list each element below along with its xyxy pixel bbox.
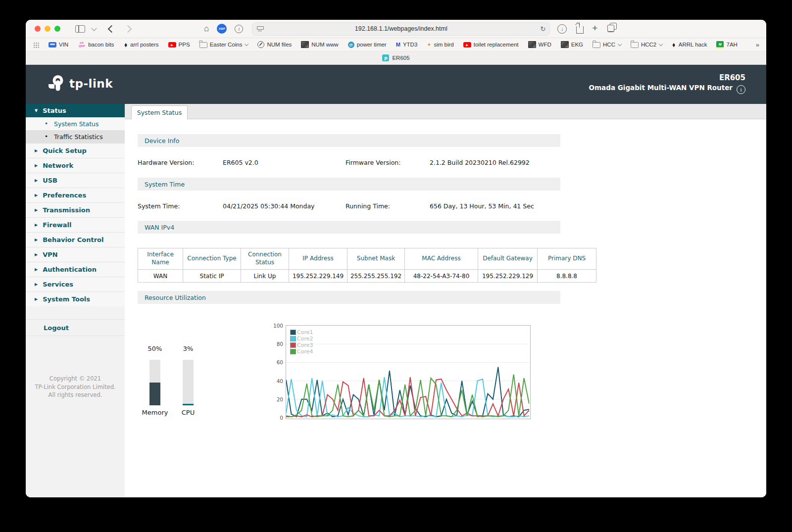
cpu-label: CPU — [171, 409, 205, 416]
legend-item-core4: Core4 — [290, 348, 313, 355]
sidebar-item-firewall[interactable]: ▶Firewall — [26, 217, 125, 232]
collapsed-triangle-icon: ▶ — [35, 163, 38, 168]
forward-button[interactable] — [124, 25, 132, 33]
bookmark-hcc2[interactable]: HCC2 — [631, 41, 662, 48]
back-button[interactable] — [108, 25, 116, 33]
field-value: 04/21/2025 05:30:44 Monday — [223, 202, 314, 210]
bookmark-wfd[interactable]: WFD — [528, 41, 551, 48]
minimize-window-button[interactable] — [45, 26, 50, 32]
sidebar-item-usb[interactable]: ▶USB — [26, 173, 125, 188]
main-content: System Status Device Info Hardware Versi… — [125, 104, 766, 497]
sidebar-item-transmission[interactable]: ▶Transmission — [26, 202, 125, 217]
collapsed-triangle-icon: ▶ — [35, 193, 38, 197]
nav-sidebar: ▼ Status •System Status•Traffic Statisti… — [26, 104, 125, 497]
cpu-percent: 3% — [173, 345, 203, 352]
downloads-icon[interactable]: ↓ — [557, 24, 567, 34]
close-window-button[interactable] — [35, 26, 41, 32]
cpu-usage-bar — [183, 360, 194, 405]
bookmark-arrl-posters[interactable]: arrl posters — [124, 42, 159, 48]
device-info-icon[interactable]: i — [737, 85, 745, 94]
bookmark-pps[interactable]: PPS — [168, 42, 190, 48]
bookmark-item[interactable] — [33, 42, 39, 48]
bookmark-arrl-hack[interactable]: ARRL hack — [672, 42, 707, 48]
bookmark-label: WFD — [539, 42, 551, 48]
extension-info-icon[interactable]: i — [235, 25, 243, 33]
collapsed-triangle-icon: ▶ — [35, 252, 38, 257]
sidebar-item-preferences[interactable]: ▶Preferences — [26, 188, 125, 202]
sidebar-subitem-traffic-statistics[interactable]: •Traffic Statistics — [26, 130, 125, 143]
folder-icon — [631, 42, 639, 48]
content-tab-strip: System Status — [125, 104, 766, 119]
bookmark-easter-coins[interactable]: Easter Coins — [199, 41, 248, 48]
model-name: ER605 — [589, 73, 745, 83]
sidebar-item-vpn[interactable]: ▶VPN — [26, 247, 125, 262]
legend-label: Core1 — [297, 329, 313, 336]
copyright-line: Copyright © 2021 — [26, 375, 125, 383]
sidebar-subitem-label: Traffic Statistics — [54, 133, 103, 141]
bookmarks-overflow-icon[interactable]: » — [756, 41, 759, 48]
bookmark-vin[interactable]: VIN — [49, 42, 68, 48]
bookmark-bacon-bits[interactable]: bacon bits — [78, 41, 114, 48]
sidebar-item-authentication[interactable]: ▶Authentication — [26, 262, 125, 277]
sidebar-item-services[interactable]: ▶Services — [26, 277, 125, 291]
folder-icon — [199, 42, 207, 48]
memory-percent: 50% — [140, 345, 170, 352]
reload-icon[interactable]: ↻ — [540, 25, 545, 33]
share-icon[interactable] — [576, 26, 584, 34]
wan-cell: 48-22-54-A3-74-80 — [405, 270, 478, 283]
photo-icon — [301, 41, 309, 48]
series-core1 — [286, 367, 529, 417]
wan-col-header: Connection Type — [183, 248, 241, 270]
legend-item-core2: Core2 — [290, 336, 313, 342]
browser-toolbar: ⌂ ABP i 192.168.1.1/webpages/index.html … — [26, 20, 766, 38]
zoom-window-button[interactable] — [54, 26, 60, 32]
address-bar[interactable]: 192.168.1.1/webpages/index.html ↻ — [252, 22, 550, 36]
window-controls — [26, 26, 64, 32]
bookmark-power-timer[interactable]: power timer — [348, 42, 387, 48]
sidebar-item-network[interactable]: ▶Network — [26, 158, 125, 173]
browser-tab[interactable]: p ER605 — [382, 54, 409, 61]
y-axis-tick: 40 — [277, 378, 283, 384]
legend-swatch — [290, 336, 296, 341]
adblock-extension-icon[interactable]: ABP — [217, 24, 227, 34]
bookmark-label: arrl posters — [130, 42, 159, 48]
bullet-icon: • — [45, 120, 48, 127]
wan-col-header: Connection Status — [241, 248, 289, 270]
field-value: 2.1.2 Build 20230210 Rel.62992 — [430, 159, 530, 166]
bookmark-num-files[interactable]: NUM files — [257, 41, 292, 48]
tab-system-status[interactable]: System Status — [131, 105, 188, 119]
sidebar-item-label: Behavior Control — [43, 236, 103, 243]
new-tab-button[interactable]: + — [592, 23, 597, 34]
sidebar-subitem-system-status[interactable]: •System Status — [26, 117, 125, 130]
folder-chevron-icon — [618, 42, 622, 46]
y-axis-tick: 60 — [277, 359, 283, 365]
chevron-down-icon[interactable] — [91, 25, 97, 31]
wan-cell: 8.8.8.8 — [538, 270, 596, 283]
bookmark-sim-bird[interactable]: sim bird — [427, 42, 453, 48]
logout-button[interactable]: Logout — [26, 319, 125, 336]
qrp-icon — [78, 41, 86, 48]
home-icon[interactable]: ⌂ — [204, 24, 209, 34]
car-icon — [49, 42, 56, 48]
sidebar-item-system-tools[interactable]: ▶System Tools — [26, 291, 125, 306]
expanded-triangle-icon: ▼ — [35, 108, 38, 113]
bookmark-7ah[interactable]: 7AH — [716, 41, 737, 48]
chart-legend: Core1Core2Core3Core4 — [290, 329, 313, 355]
reader-view-icon[interactable] — [257, 26, 263, 32]
sidebar-item-status[interactable]: ▼ Status — [26, 104, 125, 117]
sidebar-item-label: Preferences — [43, 192, 86, 199]
sidebar-item-quick-setup[interactable]: ▶Quick Setup — [26, 143, 125, 158]
tab-overview-icon[interactable] — [607, 25, 614, 32]
sidebar-toggle-icon[interactable] — [75, 25, 85, 33]
wan-table-head: Interface NameConnection TypeConnection … — [138, 248, 596, 270]
bookmark-ytd3[interactable]: YTD3 — [396, 42, 418, 48]
wan-col-header: Primary DNS — [538, 248, 596, 270]
bookmark-toilet-replacement[interactable]: toilet replacement — [463, 42, 519, 48]
sidebar-item-behavior-control[interactable]: ▶Behavior Control — [26, 232, 125, 247]
sidebar-item-label: Transmission — [43, 206, 90, 214]
bookmark-label: HCC2 — [641, 42, 656, 48]
bookmark-ekg[interactable]: EKG — [561, 41, 583, 48]
copyright-line: All rights reserved. — [26, 391, 125, 399]
bookmark-num-www[interactable]: NUM www — [301, 41, 338, 48]
bookmark-hcc[interactable]: HCC — [593, 41, 621, 48]
